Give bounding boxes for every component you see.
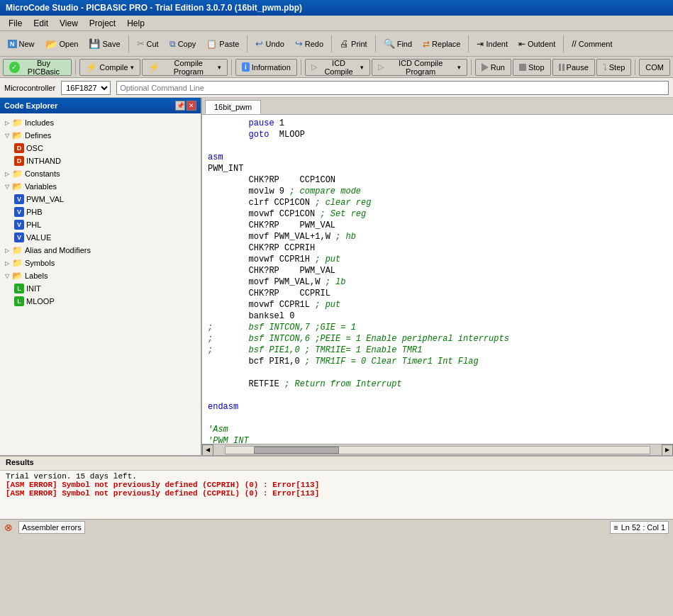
menu-view[interactable]: View bbox=[54, 17, 84, 30]
status-error-text: Assembler errors bbox=[22, 523, 82, 532]
position-text: Ln 52 : Col 1 bbox=[621, 523, 665, 532]
icd-compile-button[interactable]: ▷ ICD Compile ▾ bbox=[305, 59, 371, 76]
save-button[interactable]: 💾 Save bbox=[84, 34, 125, 54]
value-icon: V bbox=[14, 233, 24, 242]
toolbar2: ✓ Buy PICBasic ⚡ Compile ▾ ⚡ Compile Pro… bbox=[0, 57, 673, 78]
code-editor[interactable]: pause 1 goto MLOOP asm PWM_INT CHK?RP CC… bbox=[202, 115, 673, 444]
tree-item-value[interactable]: V VALUE bbox=[0, 231, 201, 244]
labels-label: Labels bbox=[25, 271, 48, 280]
buy-picbasic-button[interactable]: ✓ Buy PICBasic bbox=[3, 59, 72, 76]
code-line: endasm bbox=[208, 401, 667, 413]
ce-pin-button[interactable]: 📌 bbox=[175, 101, 185, 111]
buy-icon: ✓ bbox=[9, 62, 20, 73]
menu-help[interactable]: Help bbox=[121, 17, 150, 30]
menu-edit[interactable]: Edit bbox=[28, 17, 54, 30]
step-icon: ⤵ bbox=[603, 62, 607, 72]
indent-button[interactable]: ⇥ Indent bbox=[472, 34, 513, 54]
init-label: INIT bbox=[26, 284, 41, 293]
icd-compile-prog-dropdown-arrow: ▾ bbox=[457, 64, 461, 71]
undo-button[interactable]: ↩ Undo bbox=[250, 34, 289, 54]
find-button[interactable]: 🔍 Find bbox=[379, 34, 417, 54]
defines-label: Defines bbox=[25, 131, 51, 140]
tree-item-phb[interactable]: V PHB bbox=[0, 206, 201, 218]
copy-button[interactable]: ⧉ Copy bbox=[165, 34, 201, 54]
tree-item-mloop[interactable]: L MLOOP bbox=[0, 295, 201, 308]
code-line: goto MLOOP bbox=[208, 129, 667, 140]
phl-icon: V bbox=[14, 220, 24, 230]
phb-icon: V bbox=[14, 207, 24, 217]
scroll-thumb[interactable] bbox=[254, 447, 339, 454]
step-button[interactable]: ⤵ Step bbox=[596, 59, 632, 76]
title-bar: MicroCode Studio - PICBASIC PRO - Trial … bbox=[0, 0, 673, 16]
tree-item-includes[interactable]: ▷ 📁 Includes bbox=[0, 116, 201, 129]
information-button[interactable]: i Information bbox=[235, 59, 297, 76]
compile-program-button[interactable]: ⚡ Compile Program ▾ bbox=[142, 59, 228, 76]
stop-button[interactable]: Stop bbox=[513, 59, 551, 76]
tree-item-alias[interactable]: ▷ 📁 Alias and Modifiers bbox=[0, 244, 201, 257]
includes-folder-icon: 📁 bbox=[11, 117, 23, 128]
result-line-1: Trial version. 15 days left. bbox=[6, 472, 667, 481]
mc-select[interactable]: 16F1827 bbox=[61, 81, 111, 95]
compile-dropdown-arrow: ▾ bbox=[130, 64, 134, 71]
ce-header-buttons: 📌 ✕ bbox=[175, 101, 196, 111]
tree-item-inthand[interactable]: D INTHAND bbox=[0, 155, 201, 167]
scroll-right-button[interactable]: ▶ bbox=[662, 444, 673, 456]
code-line: ; bsf INTCON,7 ;GIE = 1 bbox=[208, 322, 667, 333]
code-explorer-header: Code Explorer 📌 ✕ bbox=[0, 98, 201, 113]
replace-button[interactable]: ⇄ Replace bbox=[418, 34, 465, 54]
compile-button[interactable]: ⚡ Compile ▾ bbox=[79, 59, 140, 76]
horizontal-scrollbar[interactable]: ◀ ▶ bbox=[202, 444, 673, 455]
open-button[interactable]: 📂 Open bbox=[40, 34, 84, 54]
compile-icon: ⚡ bbox=[86, 62, 97, 72]
outdent-button[interactable]: ⇤ Outdent bbox=[513, 34, 560, 54]
inthand-label: INTHAND bbox=[26, 157, 61, 165]
tree-item-variables[interactable]: ▽ 📂 Variables bbox=[0, 180, 201, 193]
scroll-track[interactable] bbox=[225, 446, 650, 454]
code-line bbox=[208, 413, 667, 424]
alias-label: Alias and Modifiers bbox=[25, 246, 91, 254]
scroll-left-button[interactable]: ◀ bbox=[202, 444, 213, 456]
code-line: movwf CCPR1L ; put bbox=[208, 299, 667, 310]
code-line: movf PWM_VAL,W ; lb bbox=[208, 276, 667, 288]
paste-button[interactable]: 📋 Paste bbox=[201, 34, 244, 54]
ce-close-button[interactable]: ✕ bbox=[187, 101, 196, 111]
redo-button[interactable]: ↪ Redo bbox=[290, 34, 328, 54]
menu-project[interactable]: Project bbox=[84, 17, 121, 30]
print-button[interactable]: 🖨 Print bbox=[335, 34, 372, 54]
com-button[interactable]: COM bbox=[639, 59, 670, 76]
value-label: VALUE bbox=[26, 233, 51, 242]
tree-item-init[interactable]: L INIT bbox=[0, 282, 201, 295]
run-button[interactable]: Run bbox=[475, 59, 511, 76]
tree-item-osc[interactable]: D OSC bbox=[0, 142, 201, 155]
sep4 bbox=[375, 35, 376, 52]
cut-button[interactable]: ✂ Cut bbox=[132, 34, 164, 54]
tree-item-labels[interactable]: ▽ 📂 Labels bbox=[0, 269, 201, 282]
tree-item-defines[interactable]: ▽ 📂 Defines bbox=[0, 129, 201, 142]
tab-16bit-pwm[interactable]: 16bit_pwm bbox=[205, 100, 261, 114]
phl-label: PHL bbox=[26, 220, 41, 229]
new-button[interactable]: N New bbox=[3, 34, 40, 54]
code-line bbox=[208, 140, 667, 152]
osc-icon: D bbox=[14, 143, 24, 153]
toolbar1: N New 📂 Open 💾 Save ✂ Cut ⧉ Copy 📋 Paste… bbox=[0, 31, 673, 57]
comment-button[interactable]: // Comment bbox=[567, 34, 617, 54]
icd-compile-program-button[interactable]: ▷ ICD Compile Program ▾ bbox=[372, 59, 467, 76]
tree-item-constants[interactable]: ▷ 📁 Constants bbox=[0, 167, 201, 180]
pause-button[interactable]: Pause bbox=[552, 59, 595, 76]
code-line: PWM_INT bbox=[208, 163, 667, 174]
code-line: banksel 0 bbox=[208, 310, 667, 322]
defines-arrow: ▽ bbox=[3, 131, 11, 140]
constants-folder-icon: 📁 bbox=[11, 168, 23, 179]
menu-file[interactable]: File bbox=[3, 17, 28, 30]
tree-item-pwm-val[interactable]: V PWM_VAL bbox=[0, 193, 201, 206]
tree-item-phl[interactable]: V PHL bbox=[0, 218, 201, 231]
error-status-icon: ⊗ bbox=[4, 522, 13, 533]
status-bar: ⊗ Assembler errors ≡ Ln 52 : Col 1 bbox=[0, 519, 673, 534]
command-line-input[interactable] bbox=[116, 81, 669, 95]
sep6 bbox=[563, 35, 564, 52]
mloop-icon: L bbox=[14, 296, 24, 306]
labels-folder-icon: 📂 bbox=[11, 270, 23, 281]
tree-item-symbols[interactable]: ▷ 📁 Symbols bbox=[0, 257, 201, 269]
constants-arrow: ▷ bbox=[3, 169, 11, 178]
code-line: bcf PIR1,0 ; TMR1IF = 0 Clear Timer1 Int… bbox=[208, 356, 667, 367]
